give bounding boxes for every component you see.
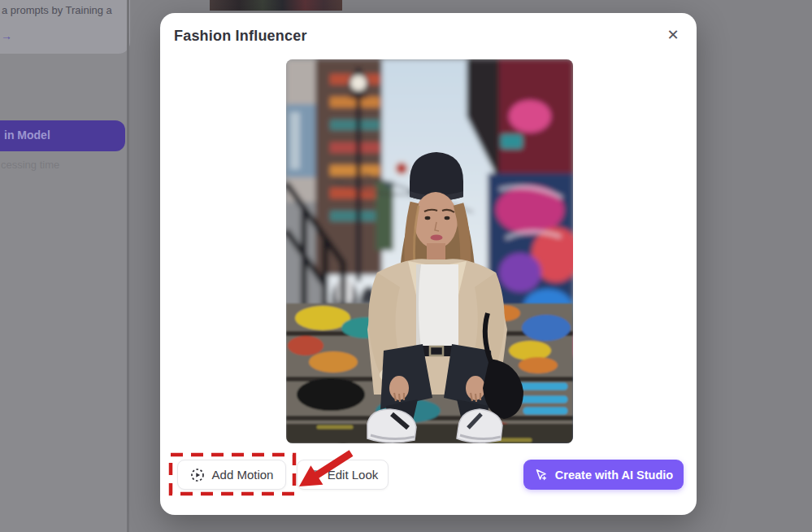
edit-look-label: Edit Look xyxy=(328,468,379,482)
add-motion-label: Add Motion xyxy=(212,468,274,482)
arrow-right-icon: → xyxy=(1,29,12,42)
close-button[interactable]: ✕ xyxy=(663,25,683,45)
fashion-influencer-modal: Fashion Influencer ✕ xyxy=(160,13,697,515)
edit-icon xyxy=(307,469,320,482)
close-icon: ✕ xyxy=(667,26,679,44)
modal-title: Fashion Influencer xyxy=(174,28,307,45)
processing-time-text: cessing time xyxy=(1,159,59,171)
fashion-influencer-photo xyxy=(286,59,573,443)
dimmed-sidebar: a prompts by Training a → in Model cessi… xyxy=(0,0,127,532)
ai-studio-create-icon xyxy=(534,468,548,482)
edit-look-button[interactable]: Edit Look xyxy=(297,460,389,490)
sidebar-tooltip-card: a prompts by Training a → xyxy=(0,0,130,54)
sidebar-tooltip-text: a prompts by Training a xyxy=(2,4,112,16)
add-motion-icon xyxy=(190,468,205,482)
train-model-button-label: in Model xyxy=(4,129,50,142)
add-motion-button[interactable]: Add Motion xyxy=(177,460,286,490)
train-model-button-dimmed: in Model xyxy=(0,120,125,151)
dimmed-card-thumbnail xyxy=(210,0,342,11)
screen: a prompts by Training a → in Model cessi… xyxy=(0,0,812,532)
create-with-ai-studio-button[interactable]: Create with AI Studio xyxy=(523,460,684,490)
sidebar-divider xyxy=(127,0,129,532)
create-with-ai-studio-label: Create with AI Studio xyxy=(555,469,673,482)
